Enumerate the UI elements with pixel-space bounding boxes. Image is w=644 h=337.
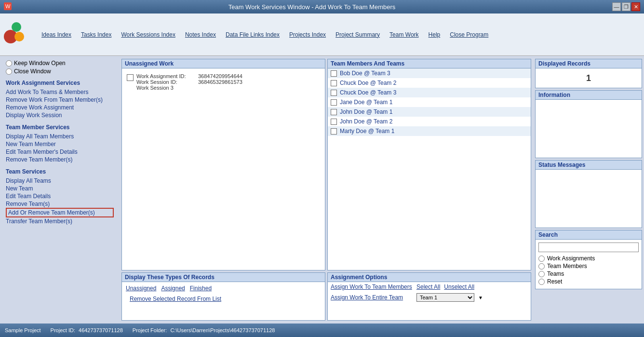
status-project-folder: Project Folder: C:\Users\Darren\Projects… (133, 327, 275, 333)
sidebar-item-add-remove-team-members[interactable]: Add Or Remove Team Member(s) (6, 208, 114, 217)
status-project-id: Project ID: 464273737071128 (51, 327, 123, 333)
search-work-assignments-row[interactable]: Work Assignments (538, 255, 639, 262)
member-checkbox-2[interactable] (331, 90, 337, 96)
search-reset-radio[interactable] (538, 279, 545, 285)
member-item-1[interactable]: Chuck Doe @ Team 2 (328, 78, 531, 88)
member-item-2[interactable]: Chuck Doe @ Team 3 (328, 88, 531, 97)
sidebar-item-add-work[interactable]: Add Work To Teams & Members (6, 88, 114, 96)
sidebar-item-new-team[interactable]: New Team (6, 185, 114, 192)
title-bar-icon: W (4, 2, 12, 12)
assignment-options-title: Assignment Options (328, 273, 531, 282)
assign-team-row: Assign Work To Entire Team Team 1 Team 2… (328, 292, 531, 303)
keep-window-open-radio[interactable]: Keep Window Open (6, 60, 114, 67)
search-team-members-radio[interactable] (538, 263, 545, 270)
remove-selected-link[interactable]: Remove Selected Record From List (126, 295, 225, 303)
sidebar-item-remove-team-members[interactable]: Remove Team Member(s) (6, 156, 114, 163)
sidebar-item-transfer-team-members[interactable]: Transfer Team Member(s) (6, 217, 114, 225)
restore-button[interactable]: ❐ (622, 2, 631, 11)
sidebar-item-remove-teams[interactable]: Remove Team(s) (6, 200, 114, 208)
sidebar-item-edit-member-details[interactable]: Edit Team Member's Details (6, 148, 114, 156)
nav-help[interactable]: Help (424, 29, 445, 40)
minimize-button[interactable]: — (612, 2, 621, 11)
search-reset-label: Reset (547, 278, 562, 285)
assignment-options-panel: Assignment Options Assign Work To Team M… (327, 272, 531, 321)
nav-tasks-index[interactable]: Tasks Index (76, 29, 116, 40)
nav-work-sessions-index[interactable]: Work Sessions Index (116, 29, 180, 40)
sidebar-item-remove-work-member[interactable]: Remove Work From Team Member(s) (6, 96, 114, 104)
member-checkbox-0[interactable] (331, 70, 337, 77)
member-item-5[interactable]: John Doe @ Team 2 (328, 117, 531, 126)
select-all-button[interactable]: Select All (416, 283, 440, 290)
member-checkbox-4[interactable] (331, 109, 337, 115)
keep-window-radio-input[interactable] (6, 60, 12, 67)
nav-data-file-links-index[interactable]: Data File Links Index (221, 29, 284, 40)
window-title: Team Work Services Window - Add Work To … (12, 3, 612, 11)
member-item-0[interactable]: Bob Doe @ Team 3 (328, 68, 531, 78)
nav-team-work[interactable]: Team Work (385, 29, 423, 40)
team-member-services-title: Team Member Services (6, 124, 114, 131)
sidebar-item-remove-work-assignment[interactable]: Remove Work Assignment (6, 104, 114, 111)
close-button[interactable]: ✕ (631, 2, 640, 11)
search-input[interactable] (538, 243, 639, 252)
display-unassigned-link[interactable]: Unassigned (126, 285, 156, 292)
sidebar-item-display-all-members[interactable]: Display All Team Members (6, 133, 114, 140)
work-item-checkbox[interactable] (127, 74, 134, 81)
main-area: Keep Window Open Close Window Work Assig… (0, 56, 644, 324)
displayed-records-value: 1 (536, 68, 642, 88)
assignment-id-label: Work Assignment ID: (136, 73, 194, 79)
search-work-assignments-label: Work Assignments (547, 255, 595, 262)
display-records-title: Display These Types Of Records (122, 273, 325, 282)
close-window-radio[interactable]: Close Window (6, 68, 114, 75)
status-messages-box: Status Messages (535, 160, 642, 228)
sidebar-item-display-all-teams[interactable]: Display All Teams (6, 177, 114, 185)
member-checkbox-1[interactable] (331, 80, 337, 86)
member-item-3[interactable]: Jane Doe @ Team 1 (328, 97, 531, 107)
member-name-4: John Doe @ Team 1 (340, 108, 392, 115)
content-bottom: Display These Types Of Records Unassigne… (121, 272, 531, 321)
unselect-all-button[interactable]: Unselect All (444, 283, 474, 290)
sidebar-item-display-work-session[interactable]: Display Work Session (6, 111, 114, 119)
logo-green-circle (12, 22, 21, 32)
sidebar-item-new-team-member[interactable]: New Team Member (6, 140, 114, 148)
member-item-6[interactable]: Marty Doe @ Team 1 (328, 126, 531, 136)
sidebar-item-edit-team-details[interactable]: Edit Team Details (6, 192, 114, 200)
session-id-value: 368465329861573 (198, 79, 242, 85)
work-item-details: Work Assignment ID: 368474209954644 Work… (136, 73, 242, 91)
member-checkbox-5[interactable] (331, 119, 337, 125)
member-checkbox-6[interactable] (331, 128, 337, 135)
svg-text:W: W (5, 3, 11, 9)
member-name-6: Marty Doe @ Team 1 (340, 128, 394, 135)
nav-close-program[interactable]: Close Program (445, 29, 493, 40)
search-team-members-label: Team Members (547, 263, 587, 270)
search-teams-label: Teams (547, 270, 564, 277)
unassigned-work-title: Unassigned Work (122, 59, 325, 68)
assign-team-label[interactable]: Assign Work To Entire Team (331, 294, 413, 301)
display-records-body: Unassigned Assigned Finished Remove Sele… (122, 282, 325, 320)
search-teams-row[interactable]: Teams (538, 270, 639, 277)
search-teams-radio[interactable] (538, 271, 545, 277)
member-item-4[interactable]: John Doe @ Team 1 (328, 107, 531, 117)
close-window-radio-input[interactable] (6, 68, 12, 75)
content-area: Unassigned Work Work Assignment ID: 3684… (120, 56, 533, 324)
team-select[interactable]: Team 1 Team 2 Team 3 (416, 293, 474, 302)
search-reset-row[interactable]: Reset (538, 278, 639, 285)
nav-project-summary[interactable]: Project Summary (331, 29, 385, 40)
nav-notes-index[interactable]: Notes Index (180, 29, 221, 40)
session-name: Work Session 3 (136, 85, 174, 91)
work-item-row-3: Work Session 3 (136, 85, 242, 91)
member-checkbox-3[interactable] (331, 99, 337, 106)
display-assigned-link[interactable]: Assigned (161, 285, 185, 292)
nav-ideas-index[interactable]: Ideas Index (37, 29, 76, 40)
information-body (536, 100, 642, 158)
team-dropdown-arrow: ▼ (478, 295, 483, 300)
work-item-row-1: Work Assignment ID: 368474209954644 (136, 73, 242, 79)
status-folder-value: C:\Users\Darren\Projects\464273737071128 (170, 327, 275, 333)
nav-projects-index[interactable]: Projects Index (284, 29, 331, 40)
status-project-id-label: Project ID: (51, 327, 75, 333)
search-work-assignments-radio[interactable] (538, 256, 545, 262)
assign-members-label[interactable]: Assign Work To Team Members (331, 283, 413, 290)
search-team-members-row[interactable]: Team Members (538, 263, 639, 270)
member-name-0: Bob Doe @ Team 3 (340, 70, 390, 77)
assignment-id-value: 368474209954644 (198, 73, 242, 79)
display-finished-link[interactable]: Finished (190, 285, 212, 292)
